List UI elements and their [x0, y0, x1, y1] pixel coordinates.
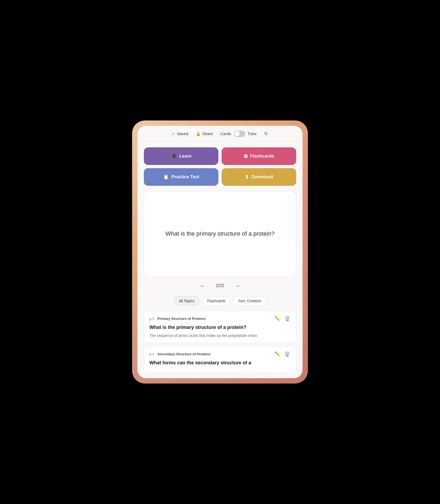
card-item-meta-2: p.1 Secondary Structure of Proteins	[149, 352, 210, 356]
saved-label: Saved	[177, 131, 188, 136]
card-item-header-2: p.1 Secondary Structure of Proteins ✏️ 🗑…	[149, 351, 291, 357]
mode-toggle-container: Cards Tutor	[221, 131, 257, 137]
card-topic-2: Secondary Structure of Proteins	[157, 352, 210, 356]
card-page-2: p.1	[149, 352, 154, 356]
share-label: Share	[202, 131, 213, 136]
delete-card-button[interactable]: 🗑️	[284, 315, 291, 322]
share-button[interactable]: 🔒 Share	[196, 131, 213, 136]
card-topic: Primary Structure of Proteins	[157, 317, 206, 321]
filter-sort-creation[interactable]: Sort: Creation	[233, 296, 266, 305]
card-actions: ✏️ 🗑️	[274, 315, 291, 322]
tutor-label: Tutor	[248, 131, 257, 136]
practice-icon: 📋	[163, 174, 169, 180]
learn-icon: 🎓	[171, 153, 177, 159]
edit-card-button[interactable]: ✏️	[274, 315, 281, 322]
check-icon: ✓	[172, 131, 175, 136]
saved-button[interactable]: ✓ Saved	[172, 131, 188, 136]
card-actions-2: ✏️ 🗑️	[274, 351, 291, 357]
card-item-partial: p.1 Secondary Structure of Proteins ✏️ 🗑…	[144, 346, 296, 373]
practice-test-button[interactable]: 📋 Practice Test	[144, 168, 218, 186]
card-item: p.1 Primary Structure of Proteins ✏️ 🗑️ …	[144, 311, 296, 343]
filter-all-topics[interactable]: All Topics	[174, 296, 199, 305]
card-page: p.1	[149, 317, 154, 321]
card-question: What is the primary structure of a prote…	[149, 324, 291, 331]
header-bar: ✓ Saved 🔒 Share Cards Tutor ↻	[137, 126, 303, 142]
filter-bar: All Topics Flashcards Sort: Creation	[144, 296, 296, 305]
main-content: 🎓 Learn ⊞ Flashcards 📋 Practice Test ⬇ D…	[137, 142, 303, 378]
app-container: ✓ Saved 🔒 Share Cards Tutor ↻ 🎓 Learn	[137, 126, 303, 378]
card-answer: The sequence of amino acids that make up…	[149, 333, 291, 338]
next-card-button[interactable]: →	[233, 282, 242, 290]
card-counter: 1/22	[216, 283, 224, 288]
cards-label: Cards	[221, 131, 231, 136]
delete-card-button-2[interactable]: 🗑️	[284, 351, 291, 357]
download-icon: ⬇	[245, 174, 249, 180]
card-question-2: What forms can the secondary structure o…	[149, 360, 291, 366]
card-list: p.1 Primary Structure of Proteins ✏️ 🗑️ …	[144, 311, 296, 373]
flashcard-display[interactable]: What is the primary structure of a prote…	[144, 191, 296, 276]
flashcards-label: Flashcards	[250, 154, 274, 159]
download-label: Download	[251, 174, 273, 180]
practice-label: Practice Test	[172, 174, 199, 180]
card-navigation: ← 1/22 →	[144, 282, 296, 290]
prev-card-button[interactable]: ←	[198, 282, 207, 290]
filter-flashcards[interactable]: Flashcards	[202, 296, 230, 305]
download-button[interactable]: ⬇ Download	[222, 168, 296, 186]
action-grid: 🎓 Learn ⊞ Flashcards 📋 Practice Test ⬇ D…	[144, 147, 296, 186]
flashcards-icon: ⊞	[244, 153, 248, 159]
device-wrapper: ✓ Saved 🔒 Share Cards Tutor ↻ 🎓 Learn	[132, 120, 308, 384]
refresh-button[interactable]: ↻	[264, 131, 268, 137]
learn-label: Learn	[179, 154, 192, 159]
lock-icon: 🔒	[196, 131, 201, 136]
flashcards-button[interactable]: ⊞ Flashcards	[222, 147, 296, 165]
edit-card-button-2[interactable]: ✏️	[274, 351, 281, 357]
flashcard-question: What is the primary structure of a prote…	[165, 229, 275, 238]
card-item-meta: p.1 Primary Structure of Proteins	[149, 317, 206, 321]
card-item-header: p.1 Primary Structure of Proteins ✏️ 🗑️	[149, 315, 291, 322]
mode-toggle[interactable]	[234, 131, 245, 137]
learn-button[interactable]: 🎓 Learn	[144, 147, 218, 165]
